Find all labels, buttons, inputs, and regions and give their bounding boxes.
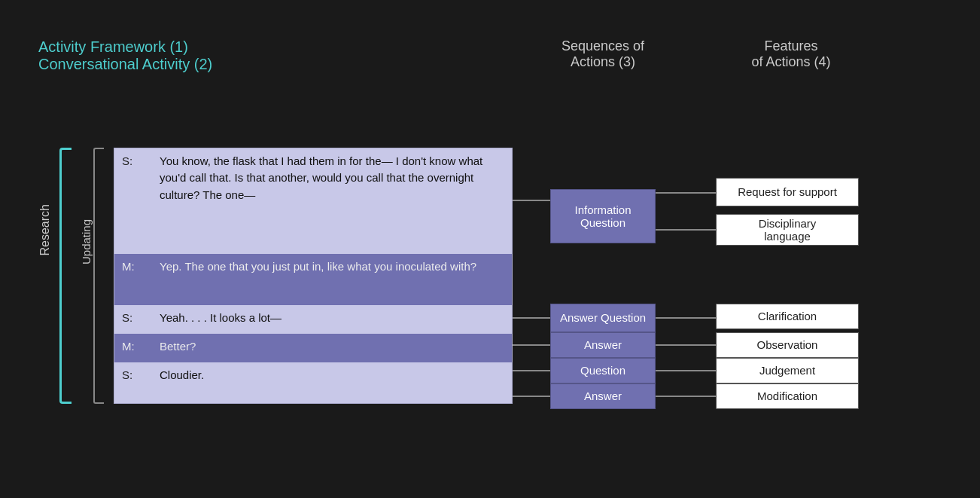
feat-observation: Observation xyxy=(716,332,859,358)
conv-speaker-1: S: xyxy=(122,153,160,167)
feat-modification: Modification xyxy=(716,383,859,409)
header-line2: Conversational Activity (2) xyxy=(38,56,212,73)
feat-request-support: Request for support xyxy=(716,178,859,206)
seq-answer-2: Answer xyxy=(550,383,656,409)
conv-speaker-5: S: xyxy=(122,367,160,381)
conv-speaker-2: M: xyxy=(122,258,160,273)
connector-7 xyxy=(656,344,716,346)
col-header-sequences: Sequences of Actions (3) xyxy=(550,38,656,70)
conv-row-2: M: Yep. The one that you just put in, li… xyxy=(114,254,512,305)
conversation-box: S: You know, the flask that I had them i… xyxy=(114,148,513,404)
connector-5 xyxy=(656,317,716,319)
research-bracket xyxy=(59,148,72,404)
seq-answer-1: Answer xyxy=(550,332,656,358)
seq-answer-question: Answer Question xyxy=(550,304,656,332)
feat-disciplinary-language: Disciplinary language xyxy=(716,214,859,246)
header-area: Activity Framework (1) Conversational Ac… xyxy=(38,38,212,73)
connector-6 xyxy=(513,344,550,346)
conv-row-4: M: Better? xyxy=(114,334,512,362)
seq-question: Question xyxy=(550,358,656,383)
feat-clarification: Clarification xyxy=(716,304,859,329)
conv-text-2: Yep. The one that you just put in, like … xyxy=(160,258,476,276)
header-line1: Activity Framework (1) xyxy=(38,38,212,56)
conv-text-5: Cloudier. xyxy=(160,367,204,384)
conv-text-1: You know, the flask that I had them in f… xyxy=(160,153,504,204)
connector-11 xyxy=(656,396,716,397)
connector-10 xyxy=(513,396,550,397)
conv-speaker-4: M: xyxy=(122,338,160,353)
updating-bracket xyxy=(93,148,104,404)
connector-8 xyxy=(513,370,550,371)
connector-2 xyxy=(656,192,716,194)
conv-text-3: Yeah. . . . It looks a lot— xyxy=(160,310,282,327)
conv-row-1: S: You know, the flask that I had them i… xyxy=(114,148,512,254)
conv-speaker-3: S: xyxy=(122,310,160,324)
conv-row-3: S: Yeah. . . . It looks a lot— xyxy=(114,305,512,334)
connector-1 xyxy=(513,200,550,201)
research-label: Research xyxy=(38,204,52,255)
updating-label: Updating xyxy=(80,219,93,264)
feat-judgement: Judgement xyxy=(716,358,859,383)
conv-row-5: S: Cloudier. xyxy=(114,362,512,391)
connector-3 xyxy=(656,229,716,231)
connector-9 xyxy=(656,370,716,371)
seq-info-question: Information Question xyxy=(550,189,656,243)
conv-text-4: Better? xyxy=(160,338,196,356)
col-header-features: Features of Actions (4) xyxy=(716,38,866,70)
connector-4 xyxy=(513,317,550,319)
